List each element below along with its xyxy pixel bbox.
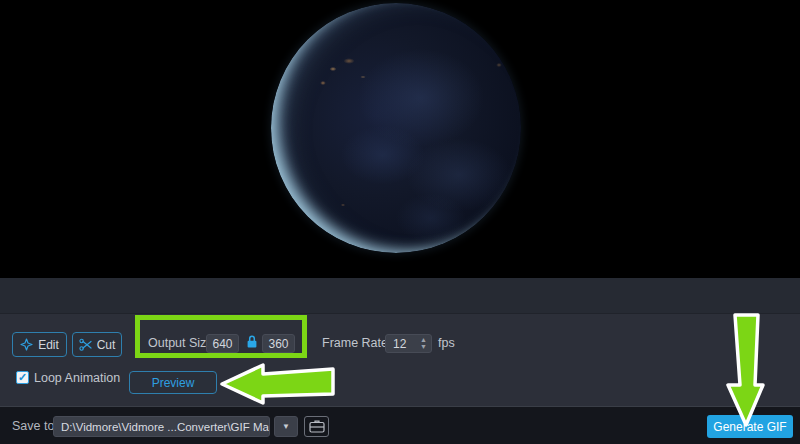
- browse-folder-button[interactable]: [304, 416, 329, 437]
- playback-bar: 00:00:23.13/00:00:28.18: [0, 278, 800, 313]
- fps-unit-label: fps: [438, 336, 455, 350]
- preview-button-label: Preview: [152, 376, 195, 390]
- check-icon: ✓: [18, 371, 27, 383]
- step-up-icon[interactable]: ▲: [420, 336, 427, 343]
- edit-button-label: Edit: [38, 338, 59, 352]
- save-to-label: Save to:: [12, 419, 58, 433]
- generate-gif-label: Generate GIF: [713, 420, 786, 434]
- edit-button[interactable]: Edit: [12, 332, 67, 357]
- frame-rate-value: 12: [393, 337, 406, 351]
- video-preview: [0, 0, 800, 278]
- save-path-dropdown-button[interactable]: ▼: [274, 416, 298, 437]
- save-path-value: D:\Vidmore\Vidmore ...Converter\GIF Make…: [61, 421, 270, 433]
- earth-city-lights: [271, 3, 521, 253]
- output-height-field[interactable]: 360: [262, 334, 295, 353]
- generate-gif-button[interactable]: Generate GIF: [707, 415, 793, 438]
- save-path-select[interactable]: D:\Vidmore\Vidmore ...Converter\GIF Make…: [53, 416, 270, 437]
- frame-rate-label: Frame Rate:: [322, 336, 391, 350]
- cut-button-label: Cut: [97, 338, 116, 352]
- earth-video-frame: [271, 3, 521, 253]
- control-panel: [0, 313, 800, 406]
- magic-wand-icon: [20, 338, 33, 351]
- chevron-down-icon: ▼: [282, 422, 290, 431]
- gif-maker-window: 00:00:23.13/00:00:28.18 Edit Cut Output …: [0, 0, 800, 444]
- stepper-arrows[interactable]: ▲ ▼: [420, 336, 427, 350]
- loop-animation-checkbox[interactable]: ✓: [16, 371, 29, 384]
- frame-rate-stepper[interactable]: 12 ▲ ▼: [385, 334, 432, 353]
- preview-button[interactable]: Preview: [129, 371, 217, 394]
- scissors-icon: [79, 338, 92, 351]
- loop-animation-label: Loop Animation: [34, 371, 120, 385]
- lock-aspect-icon[interactable]: [246, 334, 258, 349]
- cut-button[interactable]: Cut: [72, 332, 122, 357]
- folder-icon: [309, 420, 325, 433]
- step-down-icon[interactable]: ▼: [420, 343, 427, 350]
- output-width-field[interactable]: 640: [206, 334, 239, 353]
